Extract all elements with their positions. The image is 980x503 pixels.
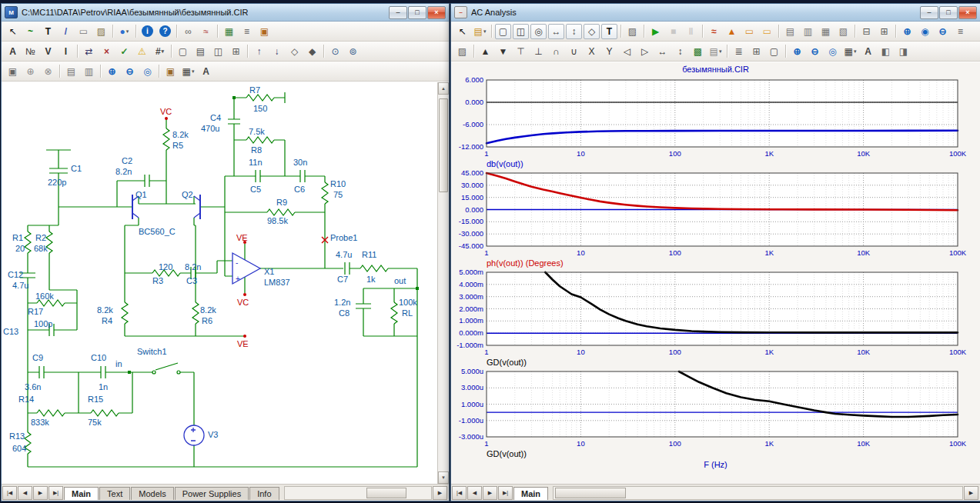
text-mode-icon[interactable]: T — [601, 24, 617, 39]
grid-options-icon[interactable]: # — [152, 44, 168, 59]
zoom-cursor-icon[interactable]: ◉ — [917, 24, 933, 39]
run-icon[interactable]: ▶ — [647, 24, 664, 39]
vertical-scroll-track[interactable] — [438, 95, 449, 471]
plot-page-2-icon[interactable]: ▥ — [800, 24, 816, 39]
analysis-windows-icon[interactable]: ▦ — [221, 24, 237, 39]
watch-window-icon[interactable]: ▭ — [759, 24, 775, 39]
attribute-text-icon[interactable]: A — [5, 44, 21, 59]
vertical-path-icon[interactable]: ↕ — [672, 44, 688, 59]
plot-page-1-icon[interactable]: ▤ — [782, 24, 798, 39]
page-nav-previous-button[interactable]: ◀ — [467, 486, 482, 500]
close-button[interactable]: × — [427, 6, 446, 19]
digital-paths-icon[interactable]: ≈ — [198, 24, 214, 39]
help-close-icon[interactable]: ⊗ — [40, 64, 56, 79]
cursor-left-icon[interactable]: ◁ — [619, 44, 635, 59]
find-component-icon[interactable]: ● — [116, 24, 132, 39]
point-to-end-paths-icon[interactable]: ∞ — [180, 24, 196, 39]
zoom-out-icon[interactable]: ⊖ — [122, 64, 138, 79]
flip-x-icon[interactable]: ◇ — [286, 44, 303, 59]
tab-models[interactable]: Models — [131, 487, 173, 500]
animate-options-icon[interactable]: ▣ — [256, 24, 273, 39]
grid-display-icon[interactable]: ▦ — [180, 64, 196, 79]
edit-plot-icon[interactable]: ▨ — [454, 44, 470, 59]
horizontal-scroll-track[interactable] — [553, 486, 963, 500]
plot-signal-label-group-delay-u[interactable]: GD(v(out)) — [487, 449, 980, 459]
help-mode-icon[interactable]: ? — [159, 25, 171, 37]
properties-icon[interactable]: ▨ — [624, 24, 641, 39]
state-variables-editor-icon[interactable]: ▭ — [741, 24, 758, 39]
send-to-back-icon[interactable]: ↓ — [269, 44, 285, 59]
plot-canvas-phase[interactable]: 45.00030.00015.0000.000-15.000-30.000-45… — [451, 169, 977, 258]
vertical-scroll-thumb[interactable] — [439, 98, 448, 192]
scroll-up-button[interactable]: ▲ — [438, 82, 449, 95]
plot-page-3-icon[interactable]: ▦ — [818, 24, 834, 39]
horizontal-path-icon[interactable]: ↔ — [654, 44, 671, 59]
page-nav-last-button[interactable]: ▶| — [48, 486, 63, 500]
page-nav-first-button[interactable]: |◀ — [2, 486, 17, 500]
page-nav-next-button[interactable]: ▶ — [483, 486, 497, 500]
line-mode-icon[interactable]: / — [58, 24, 74, 39]
node-voltages-icon[interactable]: V — [40, 44, 56, 59]
model-program-icon[interactable]: ≡ — [239, 24, 255, 39]
horizontal-scroll-thumb[interactable] — [555, 488, 626, 498]
error-check-icon[interactable]: ✓ — [116, 44, 132, 59]
scale-mode-icon[interactable]: ▢ — [495, 24, 511, 39]
scale-box-icon[interactable]: ▢ — [766, 44, 782, 59]
page-nav-next-button[interactable]: ▶ — [33, 486, 48, 500]
tab-power-supplies[interactable]: Power Supplies — [175, 487, 249, 500]
find-next-icon[interactable]: ⊚ — [345, 44, 361, 59]
restore-button[interactable]: □ — [939, 6, 958, 19]
grid-options-icon[interactable]: ▦ — [842, 44, 858, 59]
picture-mode-icon[interactable]: ▨ — [93, 24, 109, 39]
low-icon[interactable]: ⊥ — [530, 44, 547, 59]
plot-canvas-group-delay-u[interactable]: 5.000u3.000u1.000u-1.000u-3.000u1101001K… — [451, 368, 977, 449]
minimize-button[interactable]: – — [920, 6, 938, 19]
text-mode-icon[interactable]: T — [40, 24, 56, 39]
global-high-icon[interactable]: ∪ — [566, 44, 582, 59]
hscroll-right-button[interactable]: ▶ — [964, 486, 978, 500]
ac-analysis-titlebar[interactable]: ~ AC Analysis – □ × — [451, 4, 980, 22]
copy-page-icon[interactable]: ▤ — [63, 64, 79, 79]
page-nav-last-button[interactable]: ▶| — [498, 486, 513, 500]
page-nav-first-button[interactable]: |◀ — [452, 486, 467, 500]
pan-left-icon[interactable]: ◧ — [878, 44, 894, 59]
find-icon[interactable]: ⊙ — [327, 44, 343, 59]
page-add-icon[interactable]: ▣ — [5, 64, 21, 79]
page-nav-previous-button[interactable]: ◀ — [18, 486, 32, 500]
window-menu-icon[interactable]: ≡ — [952, 24, 968, 39]
plot-canvas-group-delay-m[interactable]: 5.000m4.000m3.000m2.000m1.000m0.000m-1.0… — [451, 268, 977, 358]
scroll-down-button[interactable]: ▼ — [438, 471, 449, 484]
retrieve-step-icon[interactable]: ⇄ — [81, 44, 97, 59]
cursor-mode-icon[interactable]: ◫ — [513, 24, 529, 39]
zoom-area-icon[interactable]: ◎ — [139, 64, 156, 79]
snapshot-icon[interactable]: ▣ — [162, 64, 179, 79]
help-pin-icon[interactable]: ⊕ — [22, 64, 38, 79]
schematic-canvas[interactable]: - + VC8.2kR5C28.2nC1220pR7150C4470u7.5kR… — [2, 82, 449, 484]
bring-to-front-icon[interactable]: ↑ — [251, 44, 267, 59]
tab-main[interactable]: Main — [513, 487, 548, 500]
inflection-icon[interactable]: ∩ — [548, 44, 564, 59]
cursor-right-icon[interactable]: ▷ — [637, 44, 653, 59]
minimize-button[interactable]: – — [389, 6, 407, 19]
page-list-icon[interactable]: ▤ — [192, 44, 209, 59]
horizontal-tag-icon[interactable]: ↔ — [548, 24, 564, 39]
schematic-titlebar[interactable]: M C:\MC11\DATA\Petrov\RIAA\безымянный\бе… — [2, 4, 449, 22]
node-numbers-icon[interactable]: № — [22, 44, 38, 59]
zoom-in-icon[interactable]: ⊕ — [899, 24, 915, 39]
pan-right-icon[interactable]: ◨ — [895, 44, 911, 59]
split-view-icon[interactable]: ◫ — [210, 44, 226, 59]
dynamic-dc-icon[interactable]: ▲ — [724, 24, 740, 39]
restore-button[interactable]: □ — [408, 6, 426, 19]
flip-y-icon[interactable]: ◆ — [304, 44, 320, 59]
stack-plots-icon[interactable]: ▩ — [690, 44, 706, 59]
plot-signal-label-phase[interactable]: ph(v(out)) (Degrees) — [487, 258, 980, 268]
zoom-out-icon[interactable]: ⊖ — [935, 24, 951, 39]
dynamic-ac-icon[interactable]: ≈ — [706, 24, 722, 39]
copy-group-icon[interactable]: ▥ — [81, 64, 97, 79]
hscroll-right-button[interactable]: ▶ — [433, 486, 447, 500]
font-icon[interactable]: A — [198, 64, 214, 79]
open-file-icon[interactable]: ▤ — [472, 24, 488, 39]
plot-area[interactable]: безымянный.CIR 6.0000.000-6.000-12.00011… — [451, 62, 980, 484]
zoom-in-icon[interactable]: ⊕ — [789, 44, 805, 59]
horizontal-scroll-thumb[interactable] — [366, 488, 406, 498]
